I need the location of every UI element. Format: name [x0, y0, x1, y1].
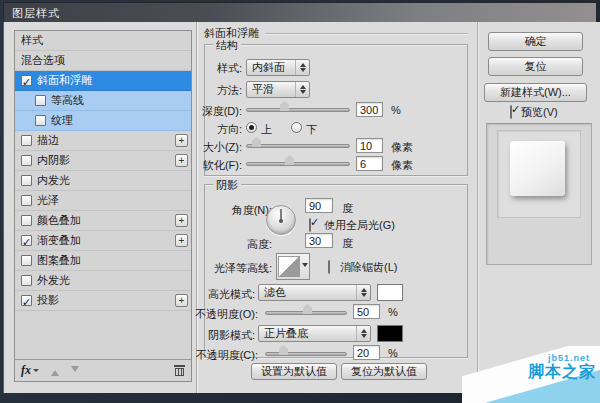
direction-down-radio[interactable]: [291, 122, 302, 133]
move-up-icon[interactable]: [51, 366, 59, 376]
reset-button[interactable]: 复位: [488, 57, 583, 76]
highlight-opacity-label: 不透明度(O):: [166, 307, 258, 322]
shading-group-label: 阴影: [213, 178, 241, 193]
style-preview-thumbnail: [510, 141, 565, 196]
contour-checkbox[interactable]: [35, 95, 46, 106]
bevel-emboss-checkbox[interactable]: [21, 75, 32, 86]
shadow-opacity-label: 不透明度(C):: [166, 348, 258, 363]
drop-shadow-checkbox[interactable]: [21, 295, 32, 306]
direction-down-label: 下: [306, 122, 317, 137]
style-label: 样式:: [150, 61, 242, 76]
shadow-opacity-slider[interactable]: [265, 352, 347, 356]
antialias-checkbox[interactable]: [328, 260, 330, 274]
satin-checkbox[interactable]: [21, 195, 32, 206]
soften-label: 软化(F):: [150, 158, 242, 173]
dialog-title: 图层样式: [12, 6, 60, 21]
altitude-unit: 度: [342, 236, 353, 251]
new-style-button[interactable]: 新建样式(W)...: [484, 83, 587, 102]
altitude-label: 高度:: [180, 237, 272, 252]
contour-dropdown-icon: [300, 263, 309, 270]
inner-glow-checkbox[interactable]: [21, 175, 32, 186]
depth-slider[interactable]: [246, 108, 350, 112]
angle-label: 角度(N):: [180, 203, 272, 218]
style-dropdown[interactable]: 内斜面: [246, 59, 310, 76]
shadow-color-swatch[interactable]: [377, 325, 403, 342]
size-unit: 像素: [391, 140, 413, 155]
angle-value-field[interactable]: 90: [305, 198, 333, 213]
angle-unit: 度: [342, 201, 353, 216]
fx-menu-icon[interactable]: fx: [21, 363, 39, 378]
structure-group-label: 结构: [213, 38, 241, 53]
sidebar-item-satin[interactable]: 光泽: [15, 191, 191, 211]
antialias-label: 消除锯齿(L): [340, 260, 397, 275]
highlight-color-swatch[interactable]: [377, 284, 403, 301]
make-default-button[interactable]: 设置为默认值: [251, 363, 337, 380]
highlight-mode-dropdown[interactable]: 滤色: [258, 284, 371, 301]
header-rule: [265, 33, 468, 34]
direction-label: 方向:: [150, 122, 242, 137]
direction-up-label: 上: [261, 122, 272, 137]
preview-label: 预览(V): [521, 105, 558, 120]
layer-style-dialog: 图层样式 样式 混合选项 斜面和浮雕 等高线 纹理 描边 内阴影: [0, 0, 600, 403]
color-overlay-checkbox[interactable]: [21, 215, 32, 226]
sidebar-item-color-overlay[interactable]: 颜色叠加: [15, 211, 191, 231]
delete-effect-icon[interactable]: [174, 364, 185, 377]
dropdown-arrows-icon: [295, 82, 309, 97]
main-right-divider: [477, 22, 478, 393]
inner-shadow-checkbox[interactable]: [21, 155, 32, 166]
pattern-overlay-checkbox[interactable]: [21, 255, 32, 266]
dropdown-arrows-icon: [356, 326, 370, 341]
angle-dial[interactable]: [266, 205, 296, 235]
depth-unit: %: [391, 104, 401, 116]
gloss-contour-thumbnail: [278, 256, 300, 277]
altitude-value-field[interactable]: 30: [305, 233, 333, 248]
technique-label: 方法:: [150, 83, 242, 98]
shadow-mode-dropdown[interactable]: 正片叠底: [258, 325, 371, 342]
size-value-field[interactable]: 10: [356, 138, 383, 153]
soften-value-field[interactable]: 6: [356, 156, 383, 171]
global-light-checkbox[interactable]: [309, 218, 311, 232]
preview-checkbox[interactable]: [510, 105, 512, 119]
gloss-contour-label: 光泽等高线:: [180, 261, 272, 276]
depth-value-field[interactable]: 300: [356, 102, 383, 117]
highlight-mode-label: 高光模式:: [163, 287, 255, 302]
move-down-icon[interactable]: [71, 366, 79, 376]
depth-label: 深度(D):: [150, 104, 242, 119]
reset-default-button[interactable]: 复位为默认值: [341, 363, 427, 380]
technique-dropdown[interactable]: 平滑: [246, 81, 310, 98]
size-slider[interactable]: [246, 144, 350, 148]
highlight-opacity-field[interactable]: 50: [353, 304, 380, 319]
stroke-checkbox[interactable]: [21, 135, 32, 146]
texture-checkbox[interactable]: [35, 115, 46, 126]
size-label: 大小(Z):: [150, 140, 242, 155]
shadow-opacity-unit: %: [388, 347, 398, 359]
soften-unit: 像素: [391, 158, 413, 173]
soften-slider[interactable]: [246, 162, 350, 166]
shadow-opacity-field[interactable]: 20: [353, 345, 380, 360]
global-light-label: 使用全局光(G): [324, 218, 395, 233]
dropdown-arrows-icon: [295, 60, 309, 75]
styles-list-toolbar: fx: [15, 359, 191, 381]
panel-header: 斜面和浮雕: [204, 26, 468, 41]
ok-button[interactable]: 确定: [488, 32, 583, 51]
dropdown-arrows-icon: [356, 285, 370, 300]
sidebar-item-pattern-overlay[interactable]: 图案叠加: [15, 251, 191, 271]
highlight-opacity-slider[interactable]: [265, 311, 347, 315]
sidebar-item-gradient-overlay[interactable]: 渐变叠加: [15, 231, 191, 251]
gradient-overlay-checkbox[interactable]: [21, 235, 32, 246]
title-bar[interactable]: [3, 2, 597, 22]
outer-glow-checkbox[interactable]: [21, 275, 32, 286]
sidebar-item-inner-glow[interactable]: 内发光: [15, 171, 191, 191]
highlight-opacity-unit: %: [388, 306, 398, 318]
shadow-mode-label: 阴影模式:: [163, 328, 255, 343]
gloss-contour-picker[interactable]: [276, 253, 310, 280]
direction-up-radio[interactable]: [246, 122, 257, 133]
sidebar-item-styles[interactable]: 样式: [15, 31, 191, 51]
